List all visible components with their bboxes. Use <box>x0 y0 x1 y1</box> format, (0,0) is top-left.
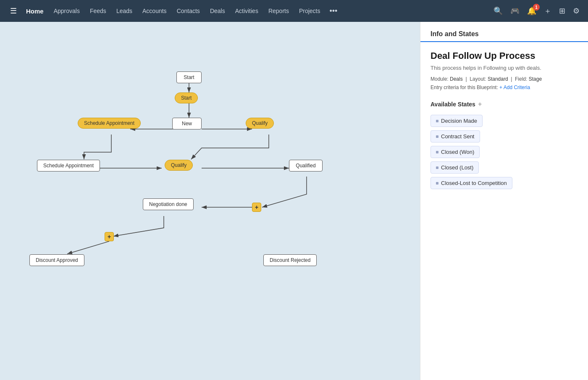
process-entry-criteria: Entry criteria for this Blueprint: + Add… <box>430 84 578 90</box>
state-chip-decision-made[interactable]: Decision Made <box>430 115 483 127</box>
qualified-node[interactable]: Qualified <box>289 160 323 172</box>
add-icon[interactable]: ＋ <box>542 4 553 18</box>
home-nav-item[interactable]: Home <box>22 8 48 15</box>
search-icon[interactable]: 🔍 <box>492 5 504 17</box>
notification-badge: 1 <box>533 4 540 11</box>
qualify-transition-top[interactable]: Qualify <box>246 118 274 129</box>
qualify-transition-mid[interactable]: Qualify <box>165 160 193 171</box>
svg-line-5 <box>67 241 109 254</box>
start-transition[interactable]: Start <box>175 92 198 103</box>
state-chip-dot <box>436 135 438 138</box>
state-chip-closed-lost-competition[interactable]: Closed-Lost to Competition <box>430 177 512 189</box>
nav-approvals[interactable]: Approvals <box>50 5 84 17</box>
blueprint-canvas[interactable]: Start Start New Schedule Appointment Qua… <box>0 22 420 380</box>
nav-leads[interactable]: Leads <box>112 5 136 17</box>
nav-contacts[interactable]: Contacts <box>173 5 204 17</box>
nav-feeds[interactable]: Feeds <box>86 5 110 17</box>
process-title: Deal Follow Up Process <box>430 50 578 61</box>
start-node[interactable]: Start <box>176 71 202 83</box>
notification-icon[interactable]: 🔔 1 <box>525 5 538 17</box>
topnav-action-icons: 🔍 🎮 🔔 1 ＋ ⊞ ⚙ <box>492 4 581 18</box>
top-navigation: ☰ Home Approvals Feeds Leads Accounts Co… <box>0 0 588 22</box>
negotiation-done-node[interactable]: Negotiation done <box>143 198 194 210</box>
process-meta-module: Module: Deals | Layout: Standard | Field… <box>430 76 578 82</box>
menu-icon[interactable]: ☰ <box>7 5 20 17</box>
gamepad-icon[interactable]: 🎮 <box>509 5 521 17</box>
nav-more[interactable]: ••• <box>326 5 341 17</box>
add-criteria-link[interactable]: + Add Criteria <box>499 84 530 90</box>
panel-header-title: Info and States <box>430 30 578 38</box>
settings-icon[interactable]: ⚙ <box>571 5 581 17</box>
state-chip-closed-won[interactable]: Closed (Won) <box>430 146 480 158</box>
panel-content: Deal Follow Up Process This process help… <box>420 42 588 199</box>
add-transition-btn-1[interactable]: + <box>252 203 261 212</box>
add-state-button[interactable]: + <box>478 100 482 108</box>
panel-header: Info and States <box>420 22 588 42</box>
new-node[interactable]: New <box>172 118 202 129</box>
state-chip-dot <box>436 120 438 122</box>
add-transition-btn-2[interactable]: + <box>105 232 114 241</box>
layout-icon[interactable]: ⊞ <box>557 5 567 17</box>
nav-deals[interactable]: Deals <box>206 5 229 17</box>
diagram-arrows <box>0 22 420 380</box>
discount-rejected-node[interactable]: Discount Rejected <box>263 254 317 266</box>
info-states-panel: Info and States Deal Follow Up Process T… <box>420 22 588 380</box>
state-chip-dot <box>436 166 438 169</box>
available-states-header: Available States + <box>430 100 578 108</box>
nav-projects[interactable]: Projects <box>295 5 325 17</box>
discount-approved-node[interactable]: Discount Approved <box>29 254 84 266</box>
states-list: Decision Made Contract Sent Closed (Won)… <box>430 113 578 191</box>
schedule-appointment-node[interactable]: Schedule Appointment <box>37 160 100 172</box>
state-chip-dot <box>436 151 438 153</box>
state-chip-dot <box>436 182 438 185</box>
nav-activities[interactable]: Activities <box>231 5 262 17</box>
state-chip-contract-sent[interactable]: Contract Sent <box>430 130 480 142</box>
state-chip-closed-lost[interactable]: Closed (Lost) <box>430 161 479 174</box>
process-description: This process helps in Following up with … <box>430 65 578 71</box>
main-container: Start Start New Schedule Appointment Qua… <box>0 22 588 380</box>
schedule-appointment-transition-top[interactable]: Schedule Appointment <box>78 118 141 129</box>
nav-accounts[interactable]: Accounts <box>138 5 171 17</box>
available-states-label: Available States <box>430 101 475 108</box>
nav-reports[interactable]: Reports <box>264 5 293 17</box>
